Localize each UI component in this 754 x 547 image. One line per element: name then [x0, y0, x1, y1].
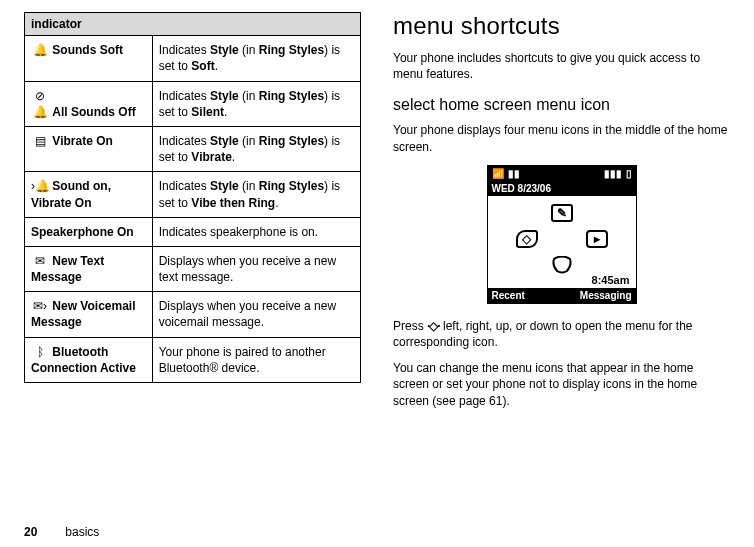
indicator-description: Displays when you receive a new voicemai…	[152, 292, 360, 337]
paragraph-intro: Your phone includes shortcuts to give yo…	[393, 50, 730, 82]
indicator-description: Indicates Style (in Ring Styles) is set …	[152, 172, 360, 217]
paragraph-change-icons: You can change the menu icons that appea…	[393, 360, 730, 409]
indicator-description: Indicates Style (in Ring Styles) is set …	[152, 36, 360, 81]
phone-menu-icon-left: ◇	[516, 230, 538, 248]
indicator-table: indicator 🔔 Sounds SoftIndicates Style (…	[24, 12, 361, 383]
nav-key-icon: ·◇·	[427, 318, 440, 334]
indicator-name: ▤ Vibrate On	[25, 126, 153, 171]
indicator-name: ✉ New Text Message	[25, 246, 153, 291]
indicator-name: ✉› New Voicemail Message	[25, 292, 153, 337]
heading-select-home-screen: select home screen menu icon	[393, 96, 730, 114]
indicator-icon: ✉	[31, 253, 49, 269]
indicator-icon: ›🔔	[31, 178, 49, 194]
heading-menu-shortcuts: menu shortcuts	[393, 12, 730, 40]
indicator-icon: ⊘🔔	[31, 88, 49, 120]
indicator-description: Indicates Style (in Ring Styles) is set …	[152, 81, 360, 126]
battery-icon: ▯	[626, 168, 632, 179]
signal-bars: ▮▮	[508, 168, 520, 179]
indicator-icon: 🔔	[31, 42, 49, 58]
indicator-description: Your phone is paired to another Bluetoot…	[152, 337, 360, 382]
footer-section: basics	[65, 525, 99, 539]
phone-time: 8:45am	[592, 274, 630, 286]
indicator-name: ⊘🔔 All Sounds Off	[25, 81, 153, 126]
indicator-description: Indicates speakerphone is on.	[152, 217, 360, 246]
indicator-icon: ✉›	[31, 298, 49, 314]
phone-menu-icon-right: ▸	[586, 230, 608, 248]
indicator-name: ›🔔 Sound on, Vibrate On	[25, 172, 153, 217]
indicator-description: Indicates Style (in Ring Styles) is set …	[152, 126, 360, 171]
page-footer: 20basics	[24, 525, 99, 539]
indicator-name: 🔔 Sounds Soft	[25, 36, 153, 81]
indicator-name: ᛒ Bluetooth Connection Active	[25, 337, 153, 382]
phone-date: WED 8/23/06	[492, 183, 551, 194]
phone-softkey-left: Recent	[492, 290, 525, 301]
signal-icon: 📶	[492, 168, 504, 179]
phone-softkey-right: Messaging	[580, 290, 632, 301]
indicator-icon: ▤	[31, 133, 49, 149]
paragraph-press-nav: Press ·◇· left, right, up, or down to op…	[393, 318, 730, 350]
page-number: 20	[24, 525, 37, 539]
indicator-description: Displays when you receive a new text mes…	[152, 246, 360, 291]
paragraph-four-icons: Your phone displays four menu icons in t…	[393, 122, 730, 154]
indicator-icon: ᛒ	[31, 344, 49, 360]
phone-menu-icon-bottom	[551, 256, 573, 274]
phone-menu-icon-top: ✎	[551, 204, 573, 222]
indicator-name: Speakerphone On	[25, 217, 153, 246]
battery-bars: ▮▮▮	[604, 168, 622, 179]
phone-screen-illustration: 📶▮▮ ▮▮▮▯ WED 8/23/06 ✎ ◇ ▸ 8:45am Recent…	[487, 165, 637, 304]
indicator-header: indicator	[25, 13, 361, 36]
